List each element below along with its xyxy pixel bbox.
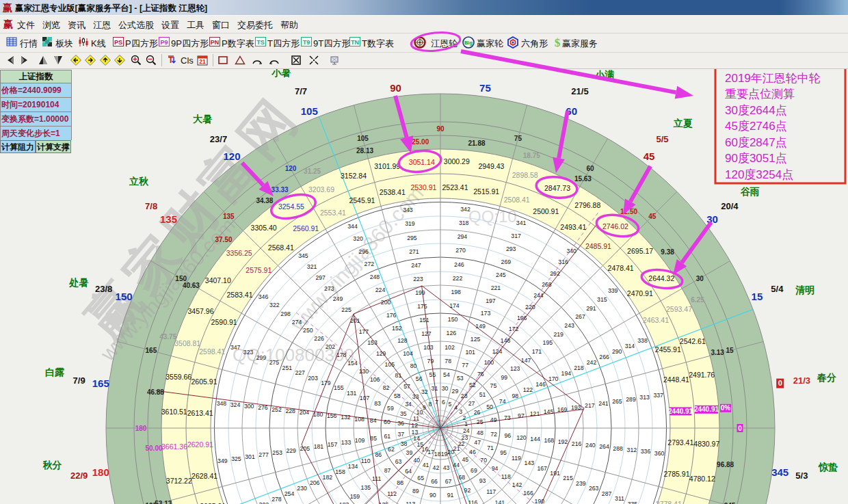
svg-text:58: 58 (394, 393, 401, 399)
svg-text:313: 313 (639, 394, 650, 401)
svg-text:6.25: 6.25 (691, 296, 704, 304)
svg-text:204: 204 (300, 409, 310, 416)
svg-text:245: 245 (496, 271, 506, 278)
svg-text:297: 297 (315, 274, 326, 281)
svg-text:3508.81: 3508.81 (174, 339, 200, 347)
svg-text:3305.40: 3305.40 (251, 224, 277, 232)
svg-text:206: 206 (310, 479, 320, 486)
svg-text:15: 15 (752, 291, 763, 302)
svg-text:55: 55 (429, 371, 436, 378)
svg-text:118: 118 (501, 473, 511, 480)
svg-text:50.00: 50.00 (145, 445, 162, 452)
svg-text:35: 35 (400, 410, 407, 417)
svg-text:144: 144 (530, 436, 540, 442)
svg-text:7: 7 (435, 399, 438, 406)
svg-text:120: 120 (516, 434, 527, 441)
svg-text:秋分: 秋分 (42, 460, 62, 470)
svg-text:2628.41: 2628.41 (191, 472, 217, 480)
svg-text:134: 134 (348, 463, 358, 470)
svg-text:2598.41: 2598.41 (199, 347, 225, 356)
svg-text:99: 99 (501, 374, 507, 381)
svg-text:110: 110 (361, 457, 371, 464)
svg-text:120: 120 (223, 150, 240, 162)
svg-text:296: 296 (358, 248, 369, 255)
svg-text:62: 62 (388, 446, 395, 453)
svg-text:292: 292 (550, 270, 560, 277)
svg-text:6: 6 (442, 399, 445, 406)
svg-text:321: 321 (307, 263, 317, 270)
svg-text:105: 105 (385, 361, 395, 368)
svg-text:126: 126 (447, 330, 457, 336)
svg-text:清明: 清明 (795, 284, 814, 295)
svg-text:2778.41: 2778.41 (656, 500, 682, 504)
svg-text:166: 166 (523, 490, 533, 496)
svg-text:200: 200 (381, 299, 391, 306)
svg-text:2491.76: 2491.76 (689, 371, 715, 379)
svg-text:22/9: 22/9 (70, 470, 88, 481)
svg-text:20/4: 20/4 (721, 201, 739, 211)
svg-text:3152.84: 3152.84 (341, 172, 367, 180)
svg-text:2485.91: 2485.91 (585, 242, 611, 250)
svg-text:83: 83 (374, 400, 381, 407)
svg-text:120: 120 (285, 165, 297, 172)
svg-text:71: 71 (487, 445, 494, 451)
svg-text:23: 23 (462, 434, 468, 441)
svg-text:91: 91 (447, 492, 454, 499)
svg-text:2545.91: 2545.91 (349, 196, 375, 204)
svg-text:2590.91: 2590.91 (211, 318, 237, 326)
svg-text:119: 119 (512, 455, 521, 462)
svg-text:132: 132 (341, 414, 351, 421)
svg-text:243: 243 (564, 322, 574, 329)
svg-text:2575.91: 2575.91 (246, 266, 271, 274)
svg-text:47: 47 (474, 439, 481, 446)
svg-text:37.50: 37.50 (215, 236, 232, 243)
svg-text:342: 342 (460, 206, 471, 213)
svg-text:252: 252 (271, 406, 282, 413)
svg-text:179: 179 (321, 380, 331, 386)
svg-text:227: 227 (295, 369, 305, 376)
svg-text:66: 66 (431, 478, 438, 485)
svg-text:2508.41: 2508.41 (504, 196, 530, 204)
svg-text:174: 174 (449, 302, 460, 309)
svg-text:5/5: 5/5 (656, 134, 668, 144)
svg-text:T9: T9 (303, 39, 310, 46)
svg-text:2455.91: 2455.91 (655, 345, 681, 354)
svg-text:36: 36 (397, 420, 404, 427)
svg-text:2796.88: 2796.88 (574, 201, 600, 209)
svg-text:2605.91: 2605.91 (191, 377, 217, 386)
svg-text:315: 315 (597, 296, 607, 303)
svg-text:白露: 白露 (45, 367, 65, 377)
svg-text:7/8: 7/8 (145, 201, 157, 211)
svg-text:171: 171 (532, 348, 542, 355)
svg-text:34: 34 (405, 401, 412, 408)
svg-text:149: 149 (475, 323, 486, 330)
svg-text:217: 217 (585, 402, 595, 409)
svg-text:102: 102 (445, 344, 455, 351)
svg-text:15.63: 15.63 (574, 175, 592, 183)
svg-text:3.13: 3.13 (711, 349, 724, 356)
svg-text:103: 103 (423, 344, 434, 351)
svg-text:T: T (168, 55, 174, 65)
svg-text:2620.91: 2620.91 (187, 440, 213, 449)
svg-text:大暑: 大暑 (193, 114, 212, 124)
svg-text:2542.61: 2542.61 (680, 337, 706, 345)
svg-text:28: 28 (461, 393, 468, 399)
svg-text:39: 39 (406, 449, 413, 456)
svg-text:173: 173 (481, 310, 491, 317)
svg-text:2523.41: 2523.41 (442, 183, 468, 191)
svg-text:107: 107 (360, 395, 370, 401)
svg-text:124: 124 (492, 348, 503, 355)
svg-text:151: 151 (419, 317, 429, 323)
svg-text:53.13: 53.13 (155, 500, 172, 504)
svg-text:320: 320 (353, 235, 363, 242)
svg-text:89: 89 (412, 488, 419, 494)
svg-text:3254.55: 3254.55 (278, 202, 304, 211)
svg-text:88: 88 (397, 479, 403, 486)
svg-text:239: 239 (576, 480, 586, 487)
svg-text:274: 274 (292, 319, 302, 326)
svg-text:142: 142 (512, 481, 522, 488)
svg-text:193: 193 (571, 404, 581, 411)
svg-text:106: 106 (370, 376, 380, 383)
svg-text:84: 84 (370, 417, 377, 424)
svg-text:220: 220 (525, 304, 535, 310)
